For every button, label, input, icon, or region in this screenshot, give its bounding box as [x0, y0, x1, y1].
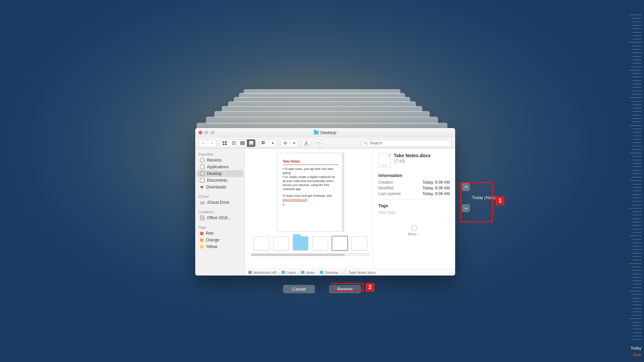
view-list-button[interactable] [229, 139, 238, 147]
timeline-label: Today (Now) [472, 195, 495, 200]
drive-icon [200, 216, 205, 220]
file-name: Take Notes.docx [394, 153, 431, 158]
info-opened: Last openedToday, 8:06 AM [378, 191, 450, 196]
sidebar-item-recents[interactable]: Recents [197, 157, 243, 164]
forward-button[interactable]: › [208, 139, 216, 147]
sidebar-item-downloads[interactable]: Downloads [197, 184, 243, 190]
preview-pane: Take Notes • To take notes, just tap her… [245, 149, 373, 269]
add-tags-field[interactable]: Add Tags… [378, 210, 450, 215]
more-button[interactable]: ··· More… [378, 225, 450, 236]
document-icon [343, 271, 347, 274]
arrange-segment: ▾ [259, 139, 277, 147]
preview-heading: Take Notes [283, 159, 338, 165]
sidebar-tag-yellow[interactable]: Yellow [197, 243, 243, 250]
view-gallery-button[interactable] [247, 139, 255, 147]
sidebar: Favorites Recents Applications Desktop D… [195, 149, 245, 276]
timeline-ticks: // generate ticks inline later after dat… [618, 15, 641, 350]
chevron-up-icon [464, 185, 468, 189]
svg-rect-9 [244, 141, 245, 145]
preview-bullet: • To take notes, just tap here and start… [283, 167, 338, 175]
restore-button[interactable]: Restore [329, 285, 361, 293]
toolbar: ‹ › ▾ ⚙ ▾ [195, 137, 455, 149]
annotation-badge-1: 1 [496, 196, 504, 205]
finder-window: Desktop ‹ › ▾ [195, 128, 455, 276]
document-preview[interactable]: Take Notes • To take notes, just tap her… [277, 153, 344, 232]
sidebar-item-icloud-drive[interactable]: iCloud Drive [197, 199, 243, 206]
svg-rect-3 [225, 143, 227, 145]
arrange-button[interactable] [259, 139, 268, 147]
timeline-right-today: Today [631, 346, 641, 351]
timeline-down-button[interactable] [462, 204, 470, 212]
tags-button[interactable] [314, 139, 323, 147]
thumb-item[interactable] [352, 236, 367, 250]
svg-rect-16 [262, 143, 263, 144]
sidebar-item-documents[interactable]: Documents [197, 177, 243, 184]
path-bar[interactable]: Macintosh HD› Users› aleks› Desktop› Tak… [245, 269, 455, 276]
thumb-folder[interactable] [293, 236, 308, 250]
sidebar-tag-red[interactable]: Red [197, 230, 243, 237]
view-mode-segment [220, 139, 256, 147]
filmstrip-scrollbar[interactable] [251, 253, 370, 256]
search-input[interactable] [370, 141, 449, 145]
sidebar-header-locations: Locations [195, 208, 245, 215]
thumb-item-selected[interactable] [332, 236, 348, 250]
thumb-item[interactable] [312, 236, 328, 250]
svg-line-21 [366, 143, 368, 145]
svg-rect-13 [252, 144, 253, 145]
recents-icon [200, 158, 205, 163]
nav-back-forward: ‹ › [199, 139, 217, 147]
filmstrip[interactable] [251, 234, 370, 253]
svg-rect-6 [232, 144, 236, 145]
ellipsis-icon: ··· [411, 225, 417, 231]
svg-rect-1 [225, 141, 227, 143]
svg-rect-10 [249, 141, 253, 144]
svg-rect-15 [263, 141, 265, 142]
share-button[interactable] [302, 139, 311, 147]
info-modified: ModifiedToday, 8:06 AM [378, 186, 450, 190]
sidebar-item-office[interactable]: Office 2019… [197, 215, 243, 221]
folder-icon [314, 131, 319, 134]
svg-rect-4 [232, 141, 236, 142]
action-segment: ⚙ ▾ [280, 139, 299, 147]
tag-dot-icon [200, 232, 204, 235]
arrange-chevron[interactable]: ▾ [268, 139, 277, 147]
svg-rect-18 [305, 144, 308, 145]
titlebar[interactable]: Desktop [195, 128, 455, 137]
minimize-icon [205, 131, 208, 134]
sidebar-item-desktop[interactable]: Desktop [197, 170, 243, 177]
svg-point-20 [364, 141, 367, 144]
back-button[interactable]: ‹ [199, 139, 208, 147]
svg-rect-8 [242, 141, 243, 145]
sidebar-header-favorites: Favorites [195, 151, 245, 157]
annotation-badge-2: 2 [366, 283, 374, 292]
preview-page-number: 2 [283, 203, 338, 207]
sidebar-tag-orange[interactable]: Orange [197, 237, 243, 243]
applications-icon [200, 165, 205, 169]
view-icons-button[interactable] [220, 139, 229, 147]
maximize-icon [211, 131, 214, 134]
downloads-icon [200, 186, 204, 189]
action-chevron[interactable]: ▾ [289, 139, 298, 147]
preview-footer: To learn more and get OneNote, visit www… [283, 194, 338, 202]
folder-icon [320, 271, 323, 274]
cancel-button[interactable]: Cancel [283, 285, 315, 293]
info-pane: DOCX Take Notes.docx 27 KB Information C… [373, 149, 455, 269]
info-header: Information [378, 173, 450, 178]
svg-rect-2 [223, 143, 224, 145]
chevron-down-icon [464, 206, 468, 210]
svg-rect-5 [232, 143, 236, 143]
search-field[interactable] [361, 139, 452, 147]
timeline-nav: Today (Now) [462, 183, 495, 212]
action-gear-button[interactable]: ⚙ [281, 139, 289, 147]
tags-header: Tags [378, 199, 450, 208]
folder-icon [281, 271, 285, 274]
sidebar-item-applications[interactable]: Applications [197, 164, 243, 170]
timeline-up-button[interactable] [462, 183, 470, 191]
thumb-item[interactable] [273, 236, 289, 250]
thumb-item[interactable] [254, 236, 269, 250]
folder-icon [301, 271, 305, 274]
timeline-right-now: Now [633, 353, 641, 357]
info-created: CreatedToday, 8:06 AM [378, 180, 450, 185]
close-icon[interactable] [199, 131, 202, 134]
view-columns-button[interactable] [238, 139, 247, 147]
